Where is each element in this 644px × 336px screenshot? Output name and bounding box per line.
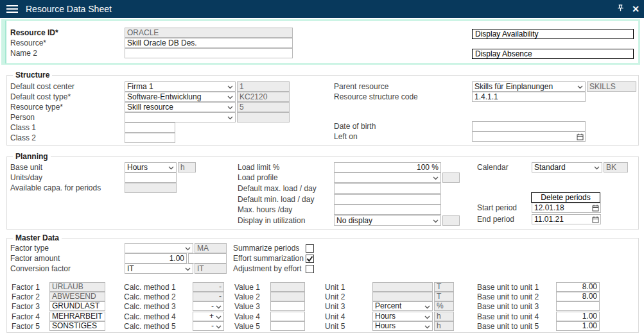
end-period-field[interactable]: 11.01.21 — [532, 214, 601, 224]
start-period-field[interactable]: 12.01.18 — [532, 203, 601, 213]
base-unit-to-unit2-field[interactable]: 8.00 — [556, 292, 600, 301]
display-utilization-dropdown[interactable]: No display — [334, 215, 441, 226]
conversion-factor-dropdown[interactable]: IT — [125, 264, 193, 274]
load-profile-dropdown[interactable] — [334, 172, 441, 183]
factor-amount-field[interactable]: 1.00 — [125, 253, 187, 264]
default-max-load-field[interactable] — [334, 183, 441, 194]
resource-type-dropdown[interactable]: Skill resource — [125, 102, 236, 112]
value4-field[interactable] — [270, 312, 305, 321]
calc-method3-dropdown[interactable]: - — [193, 301, 224, 311]
base-unit-to-unit3-field[interactable] — [556, 301, 600, 311]
chevron-down-icon — [424, 325, 430, 329]
value5-field[interactable] — [270, 321, 305, 331]
adjustment-by-effort-label: Adjustment by effort — [233, 264, 302, 274]
unit4-dropdown[interactable]: Hours — [372, 312, 433, 321]
base-unit-to-unit1-field[interactable]: 8.00 — [556, 282, 600, 292]
value1-field — [270, 282, 305, 292]
available-capa-field — [125, 183, 177, 193]
calendar-icon[interactable] — [592, 216, 599, 223]
effort-summarization-checkbox[interactable] — [306, 255, 314, 263]
chevron-down-icon — [227, 106, 233, 110]
unit3-code-field: % — [434, 301, 454, 311]
value3-field[interactable] — [270, 301, 305, 311]
class1-field[interactable] — [125, 122, 175, 133]
class2-field[interactable] — [125, 133, 175, 143]
master-data-section-title: Master Data — [13, 233, 62, 242]
conversion-factor-code-field: IT — [195, 264, 227, 274]
calc-method5-dropdown[interactable]: - — [193, 321, 224, 331]
base-unit-to-unit5-field[interactable]: 1.00 — [556, 321, 600, 331]
summarize-periods-checkbox[interactable] — [306, 244, 314, 253]
load-profile-code-field — [442, 172, 460, 183]
calc-method4-label: Calc. method 4 — [124, 312, 176, 322]
resource-name-field[interactable]: Skill Oracle DB Des. — [125, 38, 293, 48]
display-absence-button[interactable]: Display Absence — [472, 49, 634, 59]
unit5-dropdown[interactable]: Hours — [372, 321, 433, 331]
available-capa-label: Available capa. for periods — [10, 183, 101, 193]
cost-center-dropdown[interactable]: Firma 1 — [125, 81, 236, 92]
factor2-label: Factor 2 — [12, 292, 40, 302]
factor-type-dropdown[interactable] — [125, 243, 193, 253]
structure-code-field[interactable]: 1.4.1.1 — [472, 92, 586, 102]
adjustment-by-effort-checkbox[interactable] — [306, 265, 314, 273]
chevron-down-icon — [594, 166, 600, 170]
resource-data-sheet-window: Resource Data Sheet ✕ Resource ID* Resou… — [0, 0, 644, 336]
load-limit-field[interactable]: 100 % — [334, 162, 441, 172]
base-unit-label: Base unit — [10, 162, 42, 172]
base-unit-to-unit2-label: Base unit to unit 2 — [477, 292, 539, 302]
resource-id-field: ORACLE — [125, 28, 293, 38]
calc-method3-label: Calc. method 3 — [124, 301, 176, 312]
base-unit-to-unit5-label: Base unit to unit 5 — [477, 321, 539, 332]
effort-summarization-label: Effort summarization — [233, 253, 304, 264]
calendar-label: Calendar — [477, 162, 509, 172]
factor-amount-code-field — [188, 253, 227, 264]
display-utilization-label: Display in utilization — [238, 215, 305, 226]
chevron-down-icon — [185, 247, 191, 251]
cost-type-code-field: KC2120 — [237, 92, 290, 102]
default-max-load-label: Default max. load / day — [238, 183, 317, 194]
calc-method4-dropdown[interactable]: + — [193, 312, 224, 321]
unit2-label: Unit 2 — [325, 292, 345, 302]
person-dropdown[interactable] — [125, 112, 236, 122]
factor5-field[interactable]: SONSTIGES — [49, 321, 105, 331]
display-availability-button[interactable]: Display Availability — [472, 29, 634, 39]
base-unit-code-field: h — [178, 162, 196, 172]
base-unit-to-unit4-field[interactable]: 1.00 — [556, 312, 600, 321]
resource-id-label: Resource ID* — [10, 28, 58, 38]
factor3-field[interactable]: GRUNDLAST — [49, 301, 105, 311]
load-limit-label: Load limit % — [238, 162, 279, 172]
load-profile-label: Load profile — [238, 172, 278, 183]
chevron-down-icon — [227, 116, 233, 120]
max-hours-label: Max. hours /day — [238, 205, 292, 215]
base-unit-dropdown[interactable]: Hours — [125, 162, 177, 172]
calc-method2-field: - — [193, 292, 224, 301]
cost-type-dropdown[interactable]: Software-Entwicklung — [125, 92, 236, 102]
name2-field[interactable] — [125, 48, 293, 58]
unit5-code-field: h — [434, 321, 454, 331]
default-min-load-field[interactable] — [334, 194, 441, 205]
left-on-field[interactable] — [472, 131, 586, 142]
planning-section-title: Planning — [13, 152, 51, 161]
unit3-dropdown[interactable]: Percent — [372, 301, 433, 311]
units-day-field[interactable] — [125, 172, 177, 183]
chevron-down-icon — [185, 267, 191, 271]
date-of-birth-field[interactable] — [472, 121, 586, 131]
class1-label: Class 1 — [10, 122, 36, 133]
parent-resource-dropdown[interactable]: Skills für Einplanungen — [472, 81, 586, 92]
calc-method5-label: Calc. method 5 — [124, 321, 176, 332]
identity-panel-accent — [5, 21, 6, 63]
hamburger-menu-icon[interactable] — [6, 5, 18, 15]
factor4-label: Factor 4 — [12, 312, 40, 322]
calendar-dropdown[interactable]: Standard — [532, 162, 602, 172]
resource-type-label: Resource type* — [10, 102, 63, 112]
delete-periods-button[interactable]: Delete periods — [531, 192, 600, 203]
calc-method1-label: Calc. method 1 — [124, 282, 176, 292]
calendar-icon[interactable] — [577, 133, 584, 140]
value2-field — [270, 292, 305, 301]
max-hours-field[interactable] — [334, 205, 441, 215]
pin-icon[interactable] — [615, 4, 625, 14]
factor4-field[interactable]: MEHRARBEIT — [49, 312, 105, 321]
chevron-down-icon — [227, 96, 233, 99]
calendar-icon[interactable] — [592, 205, 599, 212]
close-icon[interactable]: ✕ — [631, 4, 641, 14]
